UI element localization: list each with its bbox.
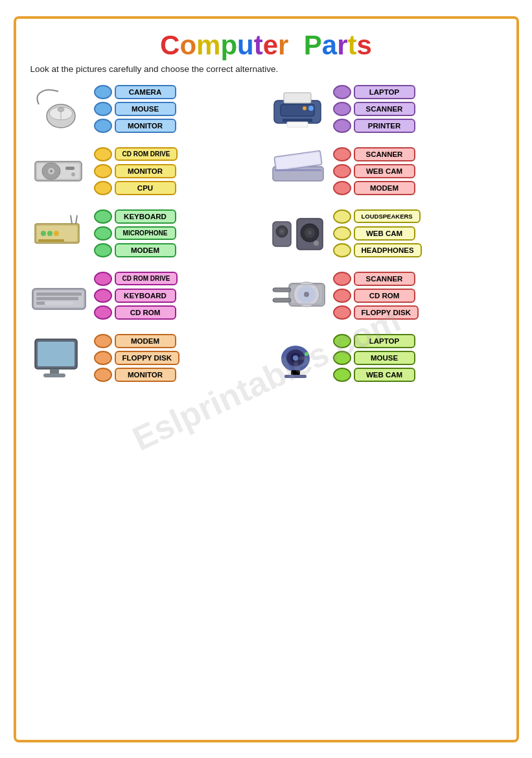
option-label[interactable]: WEB CAM [354,164,415,178]
item-modem: KEYBOARD MICROPHONE MODEM [30,207,263,259]
option-oval[interactable] [94,209,112,224]
option-oval[interactable] [333,102,351,116]
option-row: CAMERA [94,85,176,99]
option-row: WEB CAM [333,368,415,382]
option-oval[interactable] [94,102,112,116]
options-keyboard: CD ROM DRIVE KEYBOARD CD ROM [94,272,178,320]
page-title: Computer Parts [30,30,502,60]
option-label[interactable]: LOUDSPEAKERS [354,209,421,223]
option-label[interactable]: CAMERA [115,85,176,99]
option-row: MONITOR [94,164,178,178]
option-label[interactable]: KEYBOARD [115,209,176,224]
option-oval[interactable] [333,147,351,161]
options-printer: LAPTOP SCANNER PRINTER [333,85,415,133]
option-oval[interactable] [333,209,351,224]
svg-rect-41 [36,292,82,296]
option-oval[interactable] [333,351,351,365]
options-scanner: SCANNER WEB CAM MODEM [333,147,415,195]
option-row: LAPTOP [333,85,415,99]
option-oval[interactable] [94,147,112,161]
item-cd-reader: SCANNER CD ROM FLOPPY DISK [270,270,502,322]
option-label[interactable]: WEB CAM [354,368,415,382]
option-oval[interactable] [333,368,351,382]
option-label[interactable]: MICROPHONE [115,226,176,240]
options-monitor: MODEM FLOPPY DISK MONITOR [94,334,179,382]
svg-point-25 [47,231,52,236]
svg-rect-29 [38,239,64,242]
option-label[interactable]: LAPTOP [354,334,415,348]
option-row: CD ROM [333,289,419,303]
svg-rect-50 [273,288,291,292]
option-label[interactable]: MODEM [354,181,415,195]
option-oval[interactable] [94,289,112,303]
option-label[interactable]: FLOPPY DISK [354,305,419,320]
option-oval[interactable] [94,85,112,99]
page: Eslprintables.com Computer Parts Look at… [14,16,519,742]
option-row: WEB CAM [333,164,415,178]
option-oval[interactable] [94,181,112,195]
option-oval[interactable] [333,305,351,320]
option-oval[interactable] [333,119,351,133]
option-oval[interactable] [94,305,112,320]
option-row: HEADPHONES [333,243,422,257]
options-mouse: CAMERA MOUSE MONITOR [94,85,176,133]
option-label[interactable]: CD ROM DRIVE [115,147,178,161]
option-row: FLOPPY DISK [94,351,179,365]
option-label[interactable]: MOUSE [115,102,176,116]
option-oval[interactable] [333,289,351,303]
option-oval[interactable] [333,226,351,241]
svg-line-28 [76,215,77,224]
option-label[interactable]: CPU [115,181,176,195]
options-modem: KEYBOARD MICROPHONE MODEM [94,209,176,257]
svg-rect-42 [36,297,78,300]
option-label[interactable]: MONITOR [115,164,176,178]
option-label[interactable]: CD ROM DRIVE [115,272,178,285]
item-mouse: CAMERA MOUSE MONITOR [30,83,263,135]
option-oval[interactable] [94,272,112,286]
option-label[interactable]: MODEM [115,243,176,257]
svg-point-48 [304,292,309,297]
device-printer [270,83,328,135]
option-label[interactable]: PRINTER [354,119,415,133]
option-label[interactable]: SCANNER [354,102,415,116]
option-label[interactable]: LAPTOP [354,85,415,99]
svg-rect-5 [281,104,314,116]
option-label[interactable]: SCANNER [354,272,415,286]
option-label[interactable]: MODEM [115,334,176,348]
option-oval[interactable] [94,334,112,348]
option-oval[interactable] [94,243,112,257]
svg-rect-44 [45,302,73,305]
option-oval[interactable] [333,334,351,348]
svg-line-27 [71,215,72,224]
svg-point-62 [305,352,308,356]
option-oval[interactable] [94,226,112,241]
option-label[interactable]: MONITOR [115,368,176,382]
option-oval[interactable] [333,272,351,286]
subtitle: Look at the pictures carefully and choos… [30,64,502,74]
option-oval[interactable] [333,85,351,99]
option-label[interactable]: FLOPPY DISK [115,351,179,365]
option-label[interactable]: SCANNER [354,147,415,161]
option-label[interactable]: MOUSE [354,351,415,365]
option-label[interactable]: WEB CAM [354,226,415,241]
option-oval[interactable] [94,119,112,133]
option-label[interactable]: KEYBOARD [115,289,176,303]
device-monitor [30,332,89,384]
option-oval[interactable] [333,164,351,178]
device-mouse [30,83,89,135]
option-label[interactable]: CD ROM [115,305,176,320]
options-cd-reader: SCANNER CD ROM FLOPPY DISK [333,272,419,320]
option-oval[interactable] [333,181,351,195]
option-row: CD ROM [94,305,178,320]
option-oval[interactable] [333,243,351,257]
option-label[interactable]: CD ROM [354,289,415,303]
option-oval[interactable] [94,164,112,178]
options-webcam: LAPTOP MOUSE WEB CAM [333,334,415,382]
option-oval[interactable] [94,368,112,382]
svg-rect-6 [284,93,311,103]
option-row: KEYBOARD [94,289,178,303]
svg-point-38 [314,241,319,246]
option-oval[interactable] [94,351,112,365]
option-label[interactable]: HEADPHONES [354,243,422,257]
option-label[interactable]: MONITOR [115,119,176,133]
